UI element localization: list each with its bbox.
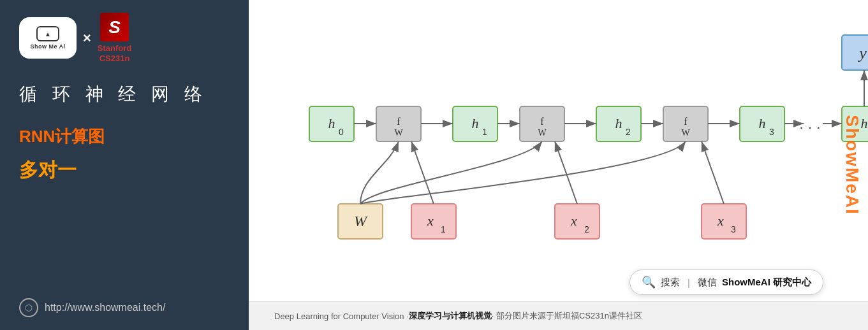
watermark-text: ShowMeAI (842, 115, 862, 215)
svg-text:3: 3 (731, 224, 736, 234)
subtitle-manytoone: 多对一 (19, 157, 230, 183)
bottom-suffix: · 部分图片来源于斯坦福CS231n课件社区 (492, 310, 642, 322)
svg-text:W: W (394, 128, 403, 138)
svg-line-38 (702, 141, 724, 204)
website-row: ⬡ http://www.showmeai.tech/ (19, 298, 230, 317)
watermark: ShowMeAI (836, 0, 868, 330)
svg-text:W: W (681, 128, 690, 138)
svg-text:h: h (759, 115, 766, 131)
svg-text:W: W (354, 213, 368, 229)
stanford-logo: S StanfordCS231n (98, 13, 131, 63)
svg-text:x: x (427, 213, 434, 229)
left-panel: Show Me Al × S StanfordCS231n 循 环 神 经 网 … (0, 0, 249, 330)
node-x2 (555, 204, 600, 239)
svg-line-37 (555, 141, 577, 204)
search-text2: 微信 (698, 276, 717, 289)
svg-text:W: W (538, 128, 547, 138)
page-title: 循 环 神 经 网 络 (19, 82, 230, 106)
svg-text:f: f (684, 116, 688, 127)
bottom-bar: Deep Learning for Computer Vision · 深度学习… (249, 301, 868, 330)
search-badge: 🔍 搜索 | 微信 ShowMeAI 研究中心 (629, 269, 823, 295)
website-url: http://www.showmeai.tech/ (45, 302, 165, 313)
search-bold-label: ShowMeAI 研究中心 (722, 276, 811, 289)
logo-area: Show Me Al × S StanfordCS231n (19, 13, 230, 63)
svg-text:f: f (397, 116, 401, 127)
svg-text:h: h (328, 115, 335, 131)
bottom-text: Deep Learning for Computer Vision · (274, 312, 409, 321)
svg-text:h: h (615, 115, 622, 131)
svg-text:1: 1 (482, 127, 487, 137)
node-x3 (702, 204, 746, 239)
svg-text:2: 2 (584, 224, 589, 234)
svg-text:0: 0 (339, 127, 344, 137)
search-text1: 搜索 (661, 276, 680, 289)
search-divider: | (688, 277, 690, 288)
svg-text:2: 2 (626, 127, 631, 137)
stanford-s-icon: S (100, 13, 129, 41)
right-panel: h 0 f W h 1 f W h 2 f W h 3 . . . h T (249, 0, 868, 330)
svg-text:1: 1 (441, 224, 446, 234)
svg-text:x: x (570, 213, 577, 229)
showmeai-logo-text: Show Me Al (30, 43, 65, 50)
showmeai-logo: Show Me Al (19, 17, 77, 59)
svg-text:3: 3 (769, 127, 774, 137)
svg-text:f: f (540, 116, 544, 127)
stanford-text: StanfordCS231n (98, 43, 131, 63)
bottom-bold-text: 深度学习与计算机视觉 (409, 310, 492, 322)
node-x1 (411, 204, 456, 239)
svg-text:x: x (717, 213, 724, 229)
showmeai-icon-box (36, 26, 59, 41)
subtitle-rnn: RNN计算图 (19, 126, 230, 148)
search-icon: 🔍 (642, 275, 656, 289)
nav-icon: ⬡ (19, 298, 38, 317)
svg-text:h: h (472, 115, 479, 131)
times-sign: × (83, 30, 91, 47)
